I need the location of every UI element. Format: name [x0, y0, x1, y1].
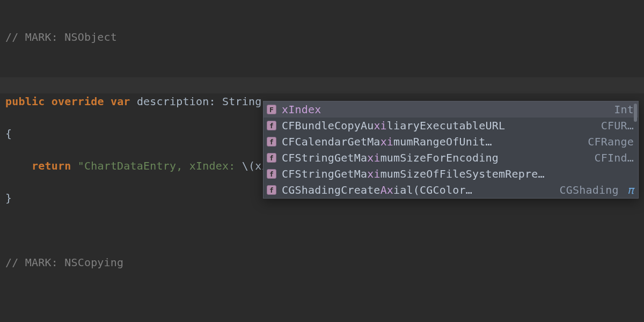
autocomplete-item[interactable]: fCFCalendarGetMaximumRangeOfUnit…CFRange: [264, 134, 638, 150]
autocomplete-item[interactable]: fCFStringGetMaximumSizeForEncodingCFInd…: [264, 150, 638, 166]
autocomplete-item-type: CFRange: [580, 135, 634, 148]
code-line: // MARK: NSCopying: [5, 254, 639, 270]
function-icon: f: [267, 169, 276, 179]
comment: // MARK: NSObject: [5, 31, 117, 43]
function-icon: f: [267, 137, 276, 147]
autocomplete-item-name: CFBundleCopyAuxiliaryExecutableURL: [282, 119, 588, 132]
code-line: [5, 61, 639, 77]
code-line: public func copyWithZone(zone: NSZo: [5, 319, 639, 322]
autocomplete-item[interactable]: fCFBundleCopyAuxiliaryExecutableURLCFUR…: [264, 118, 638, 134]
popup-scrollbar-thumb[interactable]: [634, 104, 637, 122]
autocomplete-item-name: CFStringGetMaximumSizeForEncoding: [282, 151, 582, 164]
function-icon: f: [267, 121, 276, 130]
pi-icon: π: [624, 184, 634, 196]
autocomplete-item-type: CFUR…: [594, 119, 634, 132]
autocomplete-item-name: CFStringGetMaximumSizeOfFileSystemRepre…: [282, 167, 634, 180]
code-line: [5, 287, 639, 303]
autocomplete-item-type: Int: [606, 103, 634, 116]
autocomplete-item-name: CFCalendarGetMaximumRangeOfUnit…: [282, 135, 575, 148]
field-icon: F: [267, 105, 276, 114]
popup-scrollbar[interactable]: [634, 104, 637, 196]
autocomplete-item[interactable]: FxIndexInt: [264, 101, 638, 118]
autocomplete-popup[interactable]: FxIndexIntfCFBundleCopyAuxiliaryExecutab…: [263, 101, 639, 199]
code-line: // MARK: NSObject: [5, 29, 639, 45]
autocomplete-item-name: CGShadingCreateAxial(CGColor…: [282, 184, 547, 196]
autocomplete-item-type: CFInd…: [587, 151, 634, 164]
function-icon: f: [267, 185, 276, 195]
autocomplete-item-type: CGShading: [552, 184, 619, 196]
comment: // MARK: NSCopying: [5, 256, 123, 269]
autocomplete-item-name: xIndex: [282, 103, 601, 116]
autocomplete-item[interactable]: fCGShadingCreateAxial(CGColor…CGShadingπ: [264, 182, 638, 198]
code-line: [5, 222, 639, 238]
autocomplete-item[interactable]: fCFStringGetMaximumSizeOfFileSystemRepre…: [264, 166, 638, 182]
function-icon: f: [267, 153, 276, 163]
